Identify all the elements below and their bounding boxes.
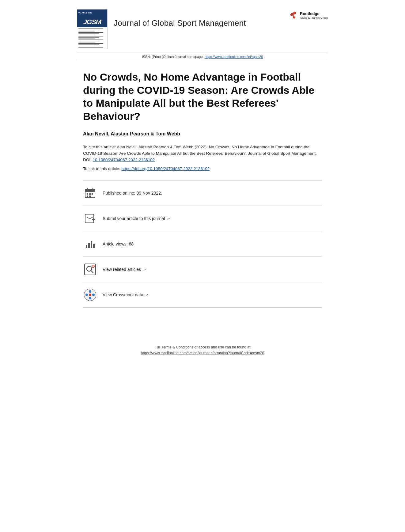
- article-title: No Crowds, No Home Advantage in Football…: [83, 70, 322, 123]
- cover-line: [78, 40, 103, 40]
- views-row: Article views: 68: [83, 231, 322, 256]
- cover-line: [78, 31, 95, 32]
- svg-rect-7: [92, 193, 93, 195]
- related-icon: [83, 262, 97, 276]
- crossmark-text: View Crossmark data ↗: [103, 292, 149, 297]
- routledge-bird-icon: [290, 11, 298, 20]
- crossmark-row[interactable]: CrossMark View Crossmark data ↗: [83, 282, 322, 308]
- routledge-logo: Routledge Taylor & Francis Group: [290, 9, 328, 20]
- svg-rect-8: [87, 196, 88, 197]
- cover-line: [78, 42, 95, 43]
- submit-text: Submit your article to this journal ↗: [103, 216, 170, 221]
- cover-line: [78, 33, 99, 34]
- cite-doi[interactable]: 10.1080/24704067.2022.2136102: [93, 158, 155, 162]
- info-rows: Published online: 09 Nov 2022. Submit yo…: [83, 180, 322, 308]
- cover-line: [78, 35, 95, 35]
- svg-point-29: [89, 294, 91, 296]
- journal-title-area: Journal of Global Sport Management: [114, 9, 246, 28]
- cover-line: [78, 43, 103, 44]
- crossmark-icon: CrossMark: [83, 288, 97, 302]
- svg-point-28: [92, 294, 95, 296]
- issn-line: ISSN: (Print) (Online) Journal homepage:…: [77, 52, 328, 61]
- svg-rect-9: [89, 196, 91, 197]
- related-label: View related articles: [103, 267, 141, 272]
- submit-row[interactable]: Submit your article to this journal ↗: [83, 206, 322, 231]
- cover-line: [78, 36, 103, 36]
- issn-url[interactable]: https://www.tandfonline.com/loi/rgsm20: [205, 55, 263, 59]
- barchart-icon: [83, 237, 97, 251]
- svg-point-27: [85, 294, 88, 296]
- svg-rect-15: [93, 244, 95, 248]
- svg-point-25: [89, 290, 91, 293]
- svg-point-26: [89, 297, 91, 299]
- footer-line2: https://www.tandfonline.com/action/journ…: [77, 350, 328, 356]
- footer-url[interactable]: https://www.tandfonline.com/action/journ…: [141, 351, 264, 355]
- issn-text: ISSN: (Print) (Online) Journal homepage:: [142, 55, 205, 59]
- page-header: Vol.7 No.1 2021 JGSM: [77, 9, 328, 49]
- calendar-icon: [83, 186, 97, 200]
- cover-line: [78, 30, 99, 30]
- published-text: Published online: 09 Nov 2022.: [103, 191, 162, 196]
- svg-rect-6: [89, 193, 91, 195]
- footer: Full Terms & Conditions of access and us…: [77, 344, 328, 356]
- article-authors: Alan Nevill, Alastair Pearson & Tom Webb: [83, 131, 322, 137]
- article-doi-link[interactable]: https://doi.org/10.1080/24704067.2022.21…: [121, 166, 210, 171]
- cover-line: [78, 28, 103, 29]
- svg-text:CrossMark: CrossMark: [86, 301, 94, 301]
- cover-line: [78, 37, 99, 38]
- routledge-brand: Routledge: [300, 11, 328, 16]
- svg-rect-12: [86, 245, 87, 248]
- published-row: Published online: 09 Nov 2022.: [83, 180, 322, 206]
- journal-name: Journal of Global Sport Management: [114, 18, 246, 28]
- crossmark-label: View Crossmark data: [103, 292, 143, 297]
- submit-external-icon: ↗: [167, 217, 170, 221]
- svg-rect-5: [87, 193, 88, 195]
- svg-line-19: [91, 271, 93, 273]
- related-external-icon: ↗: [143, 268, 146, 272]
- submit-label: Submit your article to this journal: [103, 216, 165, 221]
- cover-line: [78, 47, 103, 48]
- crossmark-external-icon: ↗: [146, 293, 149, 297]
- header-left: Vol.7 No.1 2021 JGSM: [77, 9, 246, 49]
- cover-line: [78, 38, 95, 39]
- related-row[interactable]: View related articles ↗: [83, 256, 322, 282]
- cover-line: [78, 32, 103, 33]
- cover-top-text: Vol.7 No.1 2021: [78, 12, 92, 14]
- cover-line: [78, 46, 95, 46]
- routledge-sub: Taylor & Francis Group: [300, 16, 328, 19]
- related-text: View related articles ↗: [103, 267, 146, 272]
- cover-jgsm-logo: JGSM: [83, 18, 101, 26]
- cover-line: [78, 41, 99, 41]
- svg-rect-2: [85, 189, 95, 192]
- routledge-text-block: Routledge Taylor & Francis Group: [300, 11, 328, 19]
- views-text: Article views: 68: [103, 241, 134, 246]
- link-line: To link to this article: https://doi.org…: [83, 166, 322, 171]
- link-label: To link to this article:: [83, 166, 121, 171]
- cover-line: [78, 44, 99, 45]
- svg-rect-14: [91, 241, 92, 248]
- routledge-icon: Routledge Taylor & Francis Group: [290, 11, 328, 20]
- svg-rect-13: [88, 243, 90, 248]
- submit-icon: [83, 211, 97, 226]
- journal-cover: Vol.7 No.1 2021 JGSM: [77, 9, 108, 49]
- footer-line1: Full Terms & Conditions of access and us…: [77, 344, 328, 350]
- article-section: No Crowds, No Home Advantage in Football…: [77, 61, 328, 308]
- cite-label: To cite this article:: [83, 145, 116, 149]
- citation-block: To cite this article: Alan Nevill, Alast…: [83, 144, 322, 163]
